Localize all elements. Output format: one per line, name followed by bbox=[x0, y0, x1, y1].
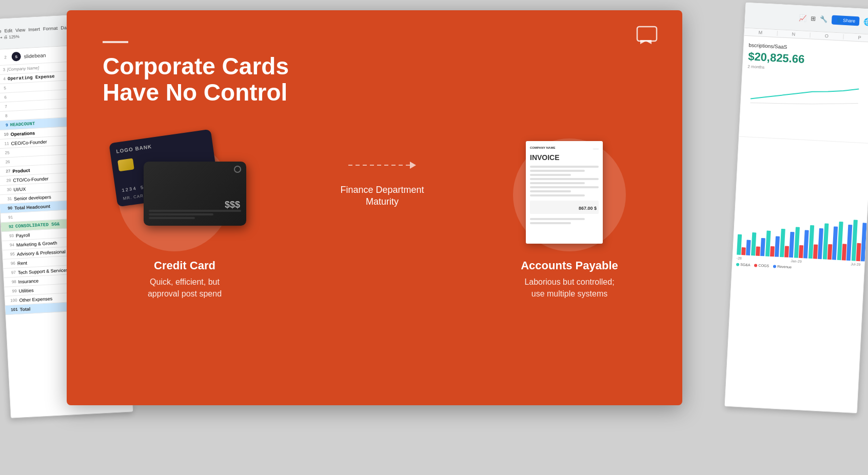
invoice-company: COMPANY NAME bbox=[530, 146, 555, 149]
text-line-2 bbox=[149, 213, 213, 215]
nfc-area bbox=[234, 166, 241, 173]
bar-red bbox=[799, 245, 803, 258]
legend-dot-revenue bbox=[773, 265, 776, 268]
title-section: Corporate Cards Have No Control bbox=[103, 41, 646, 131]
invoice-area: COMPANY NAME ____ INVOICE bbox=[498, 131, 641, 259]
bar-red bbox=[741, 247, 746, 255]
arrow-section: Finance DepartmentMaturity bbox=[267, 162, 498, 229]
row-num: 2 bbox=[0, 55, 7, 60]
credit-card-section-title: Credit Card bbox=[108, 259, 262, 272]
row-num: 4 bbox=[0, 76, 6, 82]
col-p: P bbox=[843, 34, 868, 41]
title-bar bbox=[103, 41, 128, 43]
invoice-header: COMPANY NAME ____ bbox=[530, 146, 599, 149]
bar-blue bbox=[803, 230, 809, 258]
legend-dot-cogs bbox=[754, 264, 757, 267]
bar-red bbox=[770, 246, 775, 256]
menu-edit[interactable]: Edit bbox=[4, 28, 12, 33]
col-o: O bbox=[810, 32, 843, 39]
x-label-3: Jul-29 bbox=[851, 262, 860, 266]
bar-red bbox=[813, 244, 818, 259]
invoice-lines bbox=[530, 166, 599, 196]
legend-cogs: COGS bbox=[754, 263, 769, 267]
invoice-line-b1 bbox=[530, 218, 585, 220]
menu-format[interactable]: Format bbox=[43, 25, 58, 31]
bar-group-4 bbox=[780, 229, 795, 258]
nfc-icon bbox=[234, 166, 241, 173]
invoice-bottom-lines bbox=[530, 218, 599, 224]
x-label-2: Jan-29 bbox=[791, 259, 802, 263]
invoice-line-5 bbox=[530, 182, 585, 184]
bar-group-7 bbox=[823, 223, 838, 260]
menu-file[interactable]: File bbox=[0, 28, 2, 34]
arrow-label: Finance DepartmentMaturity bbox=[340, 184, 424, 208]
invoice-line-6 bbox=[530, 186, 599, 188]
menu-view[interactable]: View bbox=[15, 27, 26, 33]
bar-red bbox=[756, 246, 760, 255]
card-front: $$$ bbox=[144, 162, 246, 226]
invoice-line-b2 bbox=[530, 222, 571, 224]
invoice-line-8 bbox=[530, 194, 585, 196]
text-line-1 bbox=[149, 210, 241, 212]
legend-dot-sga bbox=[736, 263, 739, 266]
invoice-amount: 867.00 $ bbox=[579, 206, 597, 211]
credit-card-section-desc: Quick, efficient, butapproval post spend bbox=[108, 276, 262, 300]
legend-label-sga: SG&A bbox=[740, 263, 751, 267]
card-text-lines bbox=[149, 210, 241, 221]
saas-section: bscriptions/SaaS $20,825.66 2 months bbox=[739, 36, 868, 144]
col-n: N bbox=[777, 31, 811, 37]
text-line-3 bbox=[149, 217, 195, 219]
title-line-2: Have No Control bbox=[103, 79, 287, 106]
grid-icon: ⊞ bbox=[811, 15, 816, 23]
invoice-amount-box: 867.00 $ bbox=[530, 201, 599, 214]
share-button[interactable]: 👤 Share bbox=[832, 15, 860, 26]
arrow-head bbox=[410, 162, 416, 169]
invoice-line-4 bbox=[530, 178, 599, 180]
accounts-payable-desc: Laborious but controlled;use multiple sy… bbox=[498, 276, 641, 300]
main-presentation-slide: Corporate Cards Have No Control LOGO BAN… bbox=[67, 10, 682, 405]
legend-label-revenue: Revenue bbox=[777, 265, 792, 269]
accounts-payable-label-section: Accounts Payable Laborious but controlle… bbox=[498, 259, 641, 300]
invoice-illustration: COMPANY NAME ____ INVOICE bbox=[498, 131, 646, 259]
person-icon: 👤 bbox=[836, 17, 842, 23]
bar-group-3 bbox=[765, 231, 780, 257]
share-label: Share bbox=[843, 17, 856, 23]
menu-insert[interactable]: Insert bbox=[28, 26, 40, 32]
slidebean-brand: slidebean bbox=[24, 52, 46, 59]
bar-group-9 bbox=[852, 220, 867, 261]
bar-blue bbox=[746, 240, 751, 255]
slide-layout: Corporate Cards Have No Control LOGO BAN… bbox=[103, 41, 646, 300]
middle-section: LOGO BANK 1234 5678 9 MR. CARDHOLDER $$$ bbox=[103, 131, 646, 259]
bottom-labels-section: Credit Card Quick, efficient, butapprova… bbox=[103, 259, 646, 300]
invoice-line-7 bbox=[530, 190, 571, 192]
invoice-line-3 bbox=[530, 174, 571, 176]
bar-blue bbox=[775, 236, 780, 256]
bar-blue bbox=[861, 223, 867, 261]
legend-label-cogs: COGS bbox=[758, 264, 769, 268]
invoice-date: ____ bbox=[593, 146, 599, 149]
arrow-line bbox=[348, 162, 416, 169]
bar-group-8 bbox=[837, 222, 853, 261]
slide-title: Corporate Cards Have No Control bbox=[103, 53, 646, 105]
x-label-1: -28 bbox=[737, 256, 742, 261]
title-line-1: Corporate Cards bbox=[103, 53, 289, 80]
arrow-dashed bbox=[348, 165, 410, 166]
bar-group-2 bbox=[751, 232, 765, 256]
bar-group-6 bbox=[808, 225, 823, 259]
bar-group-5 bbox=[794, 227, 809, 258]
invoice-title: INVOICE bbox=[530, 153, 599, 162]
legend-sga: SG&A bbox=[736, 263, 751, 267]
chip-icon bbox=[117, 159, 134, 172]
bar-chart-container: -28 Jan-29 Jul-29 SG&A COGS Revenue bbox=[732, 136, 868, 276]
bank-logo: LOGO BANK bbox=[116, 144, 152, 154]
mini-line-chart bbox=[744, 69, 868, 136]
spreadsheet-right: 📈 ⊞ 🔧 👤 Share 🌐 M N O P bscriptions/SaaS… bbox=[724, 2, 868, 414]
spacer bbox=[262, 259, 498, 300]
col-m: M bbox=[744, 29, 778, 36]
invoice-line-1 bbox=[530, 166, 599, 168]
credit-card-label-section: Credit Card Quick, efficient, butapprova… bbox=[108, 259, 262, 300]
line-chart-svg bbox=[749, 73, 865, 110]
chart-icon: 📈 bbox=[799, 14, 807, 22]
legend-revenue: Revenue bbox=[773, 264, 792, 269]
bar-blue bbox=[760, 238, 765, 256]
